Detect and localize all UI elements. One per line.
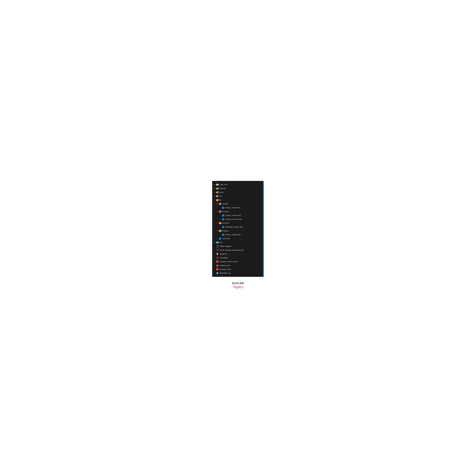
svg-point-23: [217, 266, 218, 266]
file-icon: [216, 257, 219, 259]
tree-item-ios[interactable]: ios ios: [212, 194, 263, 198]
tree-item-recipe-model[interactable]: D recipe_model.dart: [212, 206, 263, 210]
chevron-icon: [216, 222, 218, 224]
item-label: screens: [222, 210, 229, 213]
brand-topics-text: Topics: [232, 285, 244, 289]
tree-item-database-helper[interactable]: D database_helper.dart: [212, 225, 263, 229]
tree-item-widgets[interactable]: widgets: [212, 229, 263, 233]
folder-icon: [216, 183, 219, 186]
tree-item-recipe-widget[interactable]: D recipe_widget.dart: [212, 233, 263, 237]
yaml-icon: Y: [216, 268, 219, 271]
item-label: models: [222, 202, 228, 205]
folder-open-icon: [216, 199, 219, 201]
svg-text:D: D: [222, 208, 223, 209]
folder-icon: [216, 191, 219, 193]
tree-item-gitignore[interactable]: .gitignore: [212, 252, 263, 256]
dart-file-icon: D: [222, 226, 224, 228]
svg-text:D: D: [222, 227, 223, 228]
tree-item-test[interactable]: test: [212, 240, 263, 244]
chevron-icon: [213, 241, 216, 244]
lock-icon: [216, 264, 219, 267]
tree-item-recipes-screen[interactable]: D recipes_screen.dart: [212, 217, 263, 221]
item-label: recipe_model.dart: [225, 206, 240, 209]
item-label: analysis_options.yaml: [220, 260, 238, 263]
file-icon: [216, 249, 219, 251]
tree-item-dart-tool[interactable]: .dart_tool: [212, 183, 263, 187]
file-tree: .dart_tool android build ios ios lib: [212, 181, 264, 277]
dart-file-icon: D: [219, 237, 221, 240]
scroll-indicator: [263, 181, 263, 277]
tree-item-pubspec-yaml[interactable]: Y pubspec.yaml: [212, 267, 263, 271]
brand-scaler-text: SCALER: [232, 282, 244, 285]
item-label: test: [220, 241, 222, 244]
item-label: recipe_widget.dart: [225, 233, 241, 236]
svg-text:i: i: [217, 273, 218, 274]
dart-file-icon: D: [222, 214, 224, 217]
chevron-icon: [216, 210, 218, 213]
svg-text:D: D: [222, 215, 223, 216]
svg-text:D: D: [222, 234, 223, 235]
tree-item-android[interactable]: android: [212, 187, 263, 191]
item-label: .gitignore: [220, 252, 227, 255]
chevron-icon: [213, 191, 216, 193]
svg-text:D: D: [219, 238, 220, 239]
tree-item-lib[interactable]: lib: [212, 198, 263, 202]
svg-text:D: D: [222, 219, 223, 220]
chevron-icon: [213, 199, 216, 201]
tree-item-screens[interactable]: screens: [212, 210, 263, 214]
tree-item-services[interactable]: services: [212, 221, 263, 225]
item-label: pubspec.yaml: [220, 268, 231, 271]
tree-item-main-dart[interactable]: D main.dart: [212, 237, 263, 241]
file-icon: [216, 245, 219, 247]
item-label: ios: [220, 195, 222, 198]
tree-item-build[interactable]: build: [212, 191, 263, 194]
dart-file-icon: D: [222, 218, 224, 221]
yaml-icon: Y: [216, 260, 219, 263]
item-label: .dart_tool: [220, 183, 227, 186]
tree-item-recipe-screen[interactable]: D recipe_screen.dart: [212, 213, 263, 217]
svg-marker-16: [219, 237, 220, 238]
tree-item-readme[interactable]: i README.md: [212, 271, 263, 275]
item-label: services: [222, 222, 229, 225]
tree-item-models[interactable]: models: [212, 202, 263, 206]
svg-marker-7: [222, 218, 223, 219]
folder-open-icon: [219, 229, 221, 232]
svg-marker-10: [222, 226, 223, 226]
tree-item-analysis-options[interactable]: Y analysis_options.yaml: [212, 260, 263, 263]
item-label: widgets: [222, 229, 229, 232]
tree-item-flutter-plugins[interactable]: .flutter-plugins: [212, 244, 263, 248]
dart-file-icon: D: [222, 207, 224, 209]
item-label: pubspec.lock: [220, 264, 230, 267]
item-label: lib: [220, 198, 221, 202]
svg-marker-4: [222, 214, 223, 215]
item-label: database_helper.dart: [225, 226, 243, 228]
folder-open-icon: [219, 222, 221, 224]
tree-item-pubspec-lock[interactable]: pubspec.lock: [212, 263, 263, 267]
chevron-icon: [213, 183, 216, 186]
tree-item-flutter-plugins-dep[interactable]: .flutter-plugins-dependencies: [212, 248, 263, 252]
item-label: .flutter-plugins: [220, 245, 231, 248]
chevron-icon: [213, 187, 216, 190]
svg-marker-13: [222, 234, 223, 234]
item-label: .metadata: [220, 256, 228, 259]
item-label: .flutter-plugins-dependencies: [220, 249, 244, 252]
branding: SCALER Topics: [232, 282, 244, 289]
item-label: build: [220, 191, 223, 194]
item-label: main.dart: [222, 237, 230, 240]
item-label: recipe_screen.dart: [225, 214, 241, 217]
git-icon: [216, 253, 219, 255]
chevron-icon: [216, 230, 218, 232]
dart-file-icon: D: [222, 233, 224, 236]
item-label: android: [220, 187, 226, 190]
folder-open-icon: [219, 210, 221, 213]
svg-marker-1: [222, 207, 223, 207]
chevron-icon: [213, 195, 216, 197]
folder-icon: [216, 241, 219, 244]
chevron-icon: [216, 203, 218, 205]
info-icon: i: [216, 272, 219, 275]
item-label: README.md: [220, 272, 231, 275]
folder-ios-icon: ios: [216, 195, 219, 197]
folder-icon: [216, 187, 219, 190]
folder-open-icon: [219, 203, 221, 205]
tree-item-metadata[interactable]: .metadata: [212, 256, 263, 260]
